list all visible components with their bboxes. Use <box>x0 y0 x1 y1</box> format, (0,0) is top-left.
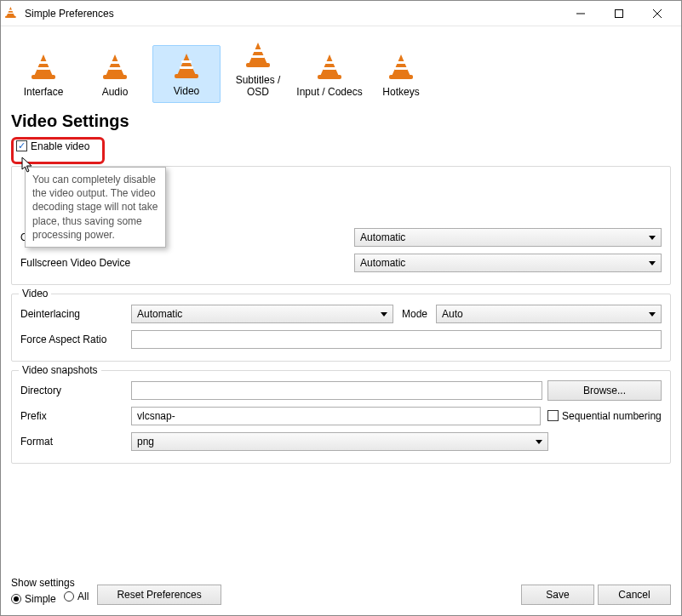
deint-label: Deinterlacing <box>20 308 131 320</box>
dir-label: Directory <box>20 385 131 396</box>
output-value: Automatic <box>360 231 405 243</box>
chevron-down-icon <box>381 312 387 317</box>
far-row: Force Aspect Ratio <box>20 328 662 351</box>
far-label: Force Aspect Ratio <box>20 334 131 345</box>
footer: Show settings Simple All Reset Preferenc… <box>1 568 681 615</box>
deint-select[interactable]: Automatic <box>131 305 393 323</box>
show-settings-label: Show settings <box>11 577 94 589</box>
far-input[interactable] <box>131 330 662 349</box>
show-settings-group: Show settings Simple All <box>11 577 94 605</box>
prefix-label: Prefix <box>20 410 131 422</box>
maximize-button[interactable] <box>599 1 638 26</box>
window-title: Simple Preferences <box>25 8 114 20</box>
enable-video-checkbox[interactable]: ✓ Enable video <box>16 140 89 152</box>
tab-interface[interactable]: Interface <box>9 47 77 103</box>
cone-icon <box>391 54 411 78</box>
tab-hotkeys[interactable]: Hotkeys <box>367 47 435 103</box>
chevron-down-icon <box>649 236 656 240</box>
browse-label: Browse... <box>583 385 626 396</box>
chevron-down-icon <box>649 312 656 317</box>
radio-simple-label: Simple <box>25 593 56 605</box>
deint-row: Deinterlacing Automatic Mode Auto <box>20 303 662 325</box>
cone-icon <box>248 43 268 66</box>
category-tabs: Interface Audio Video Subtitles / OSD In… <box>1 26 681 103</box>
mode-value: Auto <box>442 308 463 320</box>
format-select[interactable]: png <box>131 432 548 451</box>
app-icon <box>6 7 20 20</box>
radio-all-label: All <box>77 590 89 602</box>
minimize-button[interactable] <box>561 1 599 26</box>
tab-input-codecs-label: Input / Codecs <box>295 86 364 98</box>
cone-icon <box>176 54 197 77</box>
enable-video-tooltip: You can completely disable the video out… <box>25 167 166 248</box>
titlebar: Simple Preferences <box>1 1 681 26</box>
reset-label: Reset Preferences <box>117 589 201 601</box>
mode-label: Mode <box>393 308 436 320</box>
page-title: Video Settings <box>1 103 681 136</box>
fsdev-label: Fullscreen Video Device <box>20 257 354 269</box>
radio-icon <box>64 591 74 602</box>
tab-video[interactable]: Video <box>152 45 221 103</box>
format-label: Format <box>20 436 131 448</box>
save-label: Save <box>546 589 569 601</box>
fsdev-row: Fullscreen Video Device Automatic <box>20 252 662 274</box>
radio-simple[interactable]: Simple <box>11 593 56 605</box>
format-value: png <box>137 436 154 448</box>
tab-audio-label: Audio <box>81 86 149 98</box>
video-group: Video Deinterlacing Automatic Mode Auto … <box>11 294 671 362</box>
snapshots-group: Video snapshots Directory Browse... Pref… <box>11 370 671 464</box>
cone-icon <box>33 54 54 78</box>
close-icon <box>653 9 662 18</box>
chevron-down-icon <box>536 440 542 444</box>
reset-preferences-button[interactable]: Reset Preferences <box>97 585 221 605</box>
tab-video-label: Video <box>153 85 220 97</box>
enable-video-label: Enable video <box>31 140 89 152</box>
save-button[interactable]: Save <box>521 585 594 605</box>
svg-rect-1 <box>615 9 622 17</box>
cancel-label: Cancel <box>618 589 650 601</box>
cone-icon <box>105 54 125 78</box>
tab-audio[interactable]: Audio <box>81 47 149 103</box>
output-select[interactable]: Automatic <box>354 228 662 247</box>
dir-input[interactable] <box>131 381 542 400</box>
radio-icon <box>11 594 21 604</box>
snapshots-legend: Video snapshots <box>19 364 101 376</box>
dir-row: Directory Browse... <box>20 379 662 402</box>
sequential-label: Sequential numbering <box>562 410 662 422</box>
checkbox-icon <box>547 410 559 421</box>
prefix-value: vlcsnap- <box>137 410 175 422</box>
cancel-button[interactable]: Cancel <box>598 585 671 605</box>
maximize-icon <box>615 9 623 18</box>
tab-interface-label: Interface <box>9 86 77 98</box>
mode-select[interactable]: Auto <box>436 305 662 323</box>
minimize-icon <box>576 9 585 18</box>
tab-hotkeys-label: Hotkeys <box>367 86 435 98</box>
radio-all[interactable]: All <box>64 590 89 602</box>
enable-video-row: ✓ Enable video <box>11 136 671 156</box>
cone-icon <box>319 54 340 78</box>
tab-subtitles-label: Subtitles / OSD <box>224 74 292 98</box>
checkbox-icon: ✓ <box>16 140 27 151</box>
fsdev-select[interactable]: Automatic <box>354 254 662 272</box>
fsdev-value: Automatic <box>360 257 405 269</box>
chevron-down-icon <box>649 261 656 265</box>
format-row: Format png <box>20 431 662 453</box>
video-legend: Video <box>19 288 51 299</box>
tab-subtitles[interactable]: Subtitles / OSD <box>224 35 292 103</box>
tab-input-codecs[interactable]: Input / Codecs <box>295 47 364 103</box>
prefix-row: Prefix vlcsnap- Sequential numbering <box>20 405 662 427</box>
browse-button[interactable]: Browse... <box>547 380 662 401</box>
prefix-input[interactable]: vlcsnap- <box>131 407 541 425</box>
deint-value: Automatic <box>137 308 182 320</box>
sequential-checkbox[interactable]: Sequential numbering <box>547 410 662 422</box>
close-button[interactable] <box>638 1 676 26</box>
